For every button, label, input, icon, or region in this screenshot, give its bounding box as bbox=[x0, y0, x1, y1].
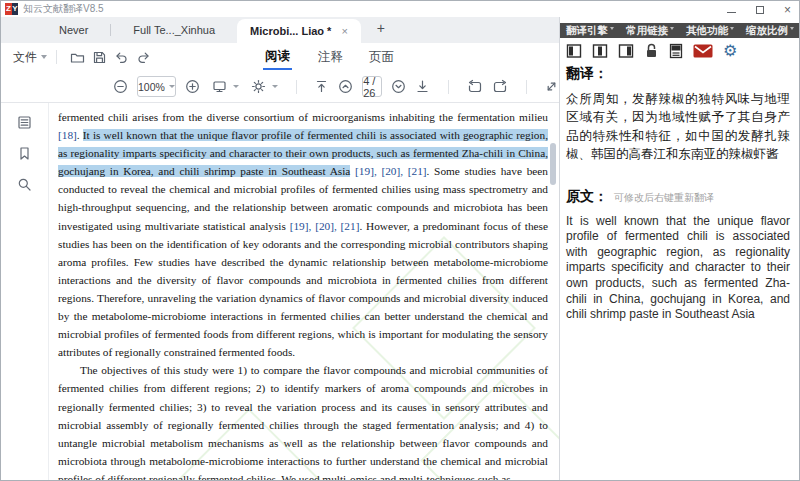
body-text: . bbox=[77, 129, 83, 141]
title-bar: Z Y 知云文献翻译V8.5 bbox=[1, 1, 799, 17]
rotate-right-icon bbox=[492, 79, 508, 94]
chevron-down-icon bbox=[233, 85, 239, 88]
next-page-button[interactable] bbox=[391, 76, 406, 98]
mode-page-tab[interactable]: 页面 bbox=[369, 49, 394, 66]
display-mode-button[interactable] bbox=[209, 76, 239, 98]
translation-text[interactable]: 众所周知，发酵辣椒的独特风味与地理区域有关，因为地域性赋予了其自身产品的特殊性和… bbox=[566, 90, 790, 164]
go-to-top-button[interactable] bbox=[314, 76, 329, 98]
citation-link[interactable]: [19], [20], [21] bbox=[290, 220, 360, 232]
split-right-icon bbox=[618, 43, 634, 59]
redo-button[interactable] bbox=[132, 46, 154, 68]
menu-label: 翻译引擎 bbox=[566, 23, 608, 38]
zoom-level-value: 100% bbox=[138, 81, 165, 93]
view-mode-tabs: 阅读 注释 页面 bbox=[263, 43, 394, 71]
undo-button[interactable] bbox=[110, 46, 132, 68]
menu-translation-engine[interactable]: 翻译引擎 bbox=[566, 23, 614, 38]
logo-y: Y bbox=[12, 3, 18, 15]
chevron-up-circle-icon bbox=[338, 79, 353, 94]
logo-z: Z bbox=[5, 3, 12, 15]
previous-page-button[interactable] bbox=[338, 76, 353, 98]
save-icon bbox=[92, 50, 107, 65]
pdf-text-content: fermented chili arises from the diverse … bbox=[58, 108, 548, 480]
window-controls: × bbox=[727, 5, 791, 15]
open-folder-button[interactable] bbox=[66, 46, 88, 68]
app-title: 知云文献翻译V8.5 bbox=[23, 2, 104, 16]
brightness-button[interactable] bbox=[248, 76, 278, 98]
chevron-down-icon bbox=[272, 85, 278, 88]
split-left-icon bbox=[566, 43, 582, 59]
zoom-in-button[interactable] bbox=[185, 76, 200, 98]
save-button[interactable] bbox=[88, 46, 110, 68]
mode-annotate-tab[interactable]: 注释 bbox=[318, 49, 343, 66]
brightness-icon bbox=[251, 79, 266, 94]
previous-view-button[interactable] bbox=[467, 76, 483, 98]
minimize-button[interactable] bbox=[727, 12, 736, 13]
zoom-out-icon bbox=[113, 79, 128, 94]
tab-microbi-liao-active[interactable]: Microbi... Liao * × bbox=[237, 19, 361, 43]
paragraph: fermented chili arises from the diverse … bbox=[58, 108, 548, 361]
next-view-button[interactable] bbox=[492, 76, 508, 98]
translation-label: 翻译： bbox=[566, 65, 790, 83]
citation-link[interactable]: [18] bbox=[58, 129, 77, 141]
translation-panel: 翻译引擎 常用链接 其他功能 缩放比例 bbox=[560, 17, 799, 480]
mail-button[interactable] bbox=[693, 44, 713, 58]
bookmark-icon bbox=[17, 146, 32, 161]
original-hint: 可修改后右键重新翻译 bbox=[614, 191, 714, 205]
original-label: 原文： bbox=[566, 188, 608, 206]
body-text: . However, a predominant focus of these … bbox=[58, 220, 548, 359]
bookmarks-button[interactable] bbox=[17, 146, 32, 165]
monitor-icon bbox=[212, 79, 227, 94]
thumbnails-button[interactable] bbox=[17, 115, 32, 134]
chevron-down-icon bbox=[730, 27, 734, 30]
paragraph: The objectives of this study were 1) to … bbox=[58, 361, 548, 480]
fullscreen-button[interactable] bbox=[544, 76, 559, 98]
document-icon bbox=[669, 43, 683, 59]
pdf-page[interactable]: fermented chili arises from the diverse … bbox=[49, 103, 559, 480]
menu-label: 其他功能 bbox=[686, 23, 728, 38]
search-button[interactable] bbox=[17, 177, 32, 196]
chevron-down-icon bbox=[169, 85, 175, 88]
redo-icon bbox=[136, 50, 151, 65]
lock-button[interactable] bbox=[644, 43, 659, 59]
menu-label: 缩放比例 bbox=[746, 23, 788, 38]
layout-center-button[interactable] bbox=[592, 43, 608, 59]
pdf-scrollbar-thumb[interactable] bbox=[550, 143, 556, 185]
panel-content: 翻译： 众所周知，发酵辣椒的独特风味与地理区域有关，因为地域性赋予了其自身产品的… bbox=[560, 62, 799, 323]
zoom-level-select[interactable]: 100% bbox=[137, 76, 176, 97]
page-number-input[interactable]: 4 / 26 bbox=[362, 76, 382, 97]
menu-zoom-ratio[interactable]: 缩放比例 bbox=[746, 23, 794, 38]
download-button[interactable] bbox=[415, 76, 430, 98]
arrow-to-top-icon bbox=[314, 79, 329, 94]
expand-icon bbox=[544, 79, 559, 94]
panel-menu-bar: 翻译引擎 常用链接 其他功能 缩放比例 bbox=[560, 23, 799, 38]
pdf-sidebar bbox=[1, 103, 49, 480]
maximize-button[interactable] bbox=[756, 6, 764, 14]
tab-never[interactable]: Never bbox=[37, 17, 110, 43]
zoom-in-icon bbox=[185, 79, 200, 94]
tab-fulltext-xinhua[interactable]: Full Te..._Xinhua bbox=[111, 17, 237, 43]
original-text[interactable]: It is well known that the unique flavor … bbox=[566, 214, 790, 323]
chevron-down-icon bbox=[790, 27, 794, 30]
new-tab-button[interactable]: + bbox=[377, 17, 385, 43]
menu-label: 常用链接 bbox=[626, 23, 668, 38]
settings-button[interactable]: ⚙ bbox=[723, 43, 737, 59]
tab-close-icon[interactable]: × bbox=[341, 25, 347, 37]
thumbnails-icon bbox=[17, 115, 32, 130]
toolbar-separator bbox=[56, 50, 57, 64]
pdf-reader-pane: Never Full Te..._Xinhua Microbi... Liao … bbox=[1, 17, 560, 480]
citation-link[interactable]: [19], [20], [21] bbox=[355, 165, 427, 177]
chevron-down-circle-icon bbox=[391, 79, 406, 94]
file-menu-button[interactable]: 文件 bbox=[13, 49, 47, 66]
zoom-out-button[interactable] bbox=[113, 76, 128, 98]
mode-read-tab[interactable]: 阅读 bbox=[263, 44, 292, 70]
app-window: Z Y 知云文献翻译V8.5 × Never Full Te..._Xinhua… bbox=[0, 0, 800, 481]
view-toolbar: 100% bbox=[1, 71, 559, 103]
notes-button[interactable] bbox=[669, 43, 683, 59]
menu-common-links[interactable]: 常用链接 bbox=[626, 23, 674, 38]
layout-right-button[interactable] bbox=[618, 43, 634, 59]
layout-left-button[interactable] bbox=[566, 43, 582, 59]
close-button[interactable]: × bbox=[784, 5, 791, 15]
rotate-left-icon bbox=[467, 79, 483, 94]
menu-other-functions[interactable]: 其他功能 bbox=[686, 23, 734, 38]
main-toolbar: 文件 阅读 注释 页面 bbox=[1, 43, 559, 71]
